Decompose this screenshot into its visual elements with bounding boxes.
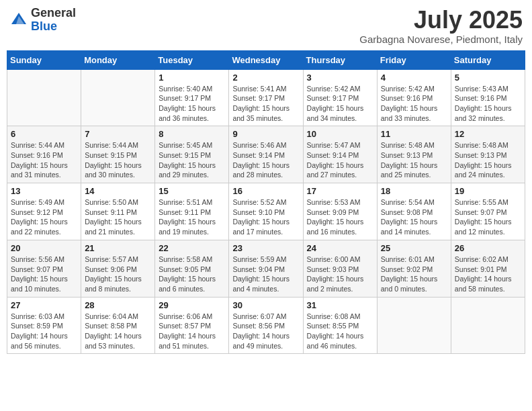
day-info: Sunrise: 5:46 AM Sunset: 9:14 PM Dayligh… [232,140,299,180]
day-info: Sunrise: 5:54 AM Sunset: 9:08 PM Dayligh… [381,197,447,237]
day-info: Sunrise: 5:47 AM Sunset: 9:14 PM Dayligh… [307,140,373,180]
calendar-cell: 2Sunrise: 5:41 AM Sunset: 9:17 PM Daylig… [229,69,303,126]
calendar-cell: 17Sunrise: 5:53 AM Sunset: 9:09 PM Dayli… [303,183,377,240]
day-info: Sunrise: 6:06 AM Sunset: 8:57 PM Dayligh… [159,312,225,351]
day-info: Sunrise: 6:00 AM Sunset: 9:03 PM Dayligh… [307,255,373,294]
day-number: 15 [159,186,225,196]
calendar-cell: 14Sunrise: 5:50 AM Sunset: 9:11 PM Dayli… [81,183,155,240]
calendar-week-row: 20Sunrise: 5:56 AM Sunset: 9:07 PM Dayli… [7,240,525,297]
page-header: General Blue July 2025 Garbagna Novarese… [7,7,525,45]
calendar-cell [7,69,81,126]
calendar-cell: 20Sunrise: 5:56 AM Sunset: 9:07 PM Dayli… [7,240,81,297]
logo-icon [9,11,28,30]
calendar-cell: 22Sunrise: 5:58 AM Sunset: 9:05 PM Dayli… [155,240,229,297]
day-number: 21 [85,243,151,253]
calendar-header-row: SundayMondayTuesdayWednesdayThursdayFrid… [7,50,525,69]
logo-general: General [31,7,76,20]
calendar-cell: 23Sunrise: 5:59 AM Sunset: 9:04 PM Dayli… [229,240,303,297]
calendar-cell [377,297,451,354]
day-info: Sunrise: 5:52 AM Sunset: 9:10 PM Dayligh… [232,197,299,237]
calendar-cell: 1Sunrise: 5:40 AM Sunset: 9:17 PM Daylig… [155,69,229,126]
day-number: 26 [455,243,521,253]
day-number: 16 [232,186,299,196]
day-number: 5 [455,73,521,83]
day-number: 13 [11,186,77,196]
day-info: Sunrise: 5:43 AM Sunset: 9:16 PM Dayligh… [455,84,521,124]
calendar-cell: 30Sunrise: 6:07 AM Sunset: 8:56 PM Dayli… [229,297,303,354]
day-number: 12 [455,129,521,139]
day-info: Sunrise: 6:03 AM Sunset: 8:59 PM Dayligh… [11,312,77,351]
day-info: Sunrise: 5:41 AM Sunset: 9:17 PM Dayligh… [232,84,299,124]
location: Garbagna Novarese, Piedmont, Italy [359,34,523,45]
day-number: 27 [11,300,77,310]
day-number: 24 [307,243,373,253]
calendar-cell: 27Sunrise: 6:03 AM Sunset: 8:59 PM Dayli… [7,297,81,354]
calendar-cell: 26Sunrise: 6:02 AM Sunset: 9:01 PM Dayli… [451,240,525,297]
calendar-cell: 21Sunrise: 5:57 AM Sunset: 9:06 PM Dayli… [81,240,155,297]
day-info: Sunrise: 6:04 AM Sunset: 8:58 PM Dayligh… [85,312,151,351]
day-info: Sunrise: 5:57 AM Sunset: 9:06 PM Dayligh… [85,255,151,294]
day-number: 22 [159,243,225,253]
day-info: Sunrise: 5:42 AM Sunset: 9:16 PM Dayligh… [381,84,447,124]
day-number: 2 [232,73,299,83]
calendar-cell: 25Sunrise: 6:01 AM Sunset: 9:02 PM Dayli… [377,240,451,297]
day-number: 9 [232,129,299,139]
logo: General Blue [9,7,76,34]
day-info: Sunrise: 5:44 AM Sunset: 9:16 PM Dayligh… [11,140,77,180]
day-number: 23 [232,243,299,253]
day-number: 11 [381,129,447,139]
day-info: Sunrise: 5:56 AM Sunset: 9:07 PM Dayligh… [11,255,77,294]
day-info: Sunrise: 5:50 AM Sunset: 9:11 PM Dayligh… [85,197,151,237]
day-number: 17 [307,186,373,196]
calendar-cell: 4Sunrise: 5:42 AM Sunset: 9:16 PM Daylig… [377,69,451,126]
calendar-cell: 6Sunrise: 5:44 AM Sunset: 9:16 PM Daylig… [7,126,81,183]
day-info: Sunrise: 5:44 AM Sunset: 9:15 PM Dayligh… [85,140,151,180]
day-number: 1 [159,73,225,83]
calendar-cell [451,297,525,354]
day-number: 7 [85,129,151,139]
day-info: Sunrise: 5:59 AM Sunset: 9:04 PM Dayligh… [232,255,299,294]
calendar-cell [81,69,155,126]
calendar-cell: 7Sunrise: 5:44 AM Sunset: 9:15 PM Daylig… [81,126,155,183]
col-header-monday: Monday [81,50,155,69]
calendar-cell: 9Sunrise: 5:46 AM Sunset: 9:14 PM Daylig… [229,126,303,183]
day-info: Sunrise: 5:42 AM Sunset: 9:17 PM Dayligh… [307,84,373,124]
day-info: Sunrise: 5:55 AM Sunset: 9:07 PM Dayligh… [455,197,521,237]
calendar-cell: 24Sunrise: 6:00 AM Sunset: 9:03 PM Dayli… [303,240,377,297]
calendar-cell: 15Sunrise: 5:51 AM Sunset: 9:11 PM Dayli… [155,183,229,240]
day-number: 18 [381,186,447,196]
day-number: 19 [455,186,521,196]
day-info: Sunrise: 5:53 AM Sunset: 9:09 PM Dayligh… [307,197,373,237]
calendar-cell: 31Sunrise: 6:08 AM Sunset: 8:55 PM Dayli… [303,297,377,354]
day-number: 25 [381,243,447,253]
col-header-saturday: Saturday [451,50,525,69]
day-number: 14 [85,186,151,196]
day-info: Sunrise: 6:02 AM Sunset: 9:01 PM Dayligh… [455,255,521,294]
calendar-cell: 5Sunrise: 5:43 AM Sunset: 9:16 PM Daylig… [451,69,525,126]
col-header-tuesday: Tuesday [155,50,229,69]
calendar-cell: 29Sunrise: 6:06 AM Sunset: 8:57 PM Dayli… [155,297,229,354]
day-info: Sunrise: 6:08 AM Sunset: 8:55 PM Dayligh… [307,312,373,351]
day-number: 30 [232,300,299,310]
day-number: 31 [307,300,373,310]
col-header-friday: Friday [377,50,451,69]
calendar-cell: 10Sunrise: 5:47 AM Sunset: 9:14 PM Dayli… [303,126,377,183]
day-info: Sunrise: 5:48 AM Sunset: 9:13 PM Dayligh… [381,140,447,180]
calendar-cell: 13Sunrise: 5:49 AM Sunset: 9:12 PM Dayli… [7,183,81,240]
col-header-wednesday: Wednesday [229,50,303,69]
calendar-cell: 18Sunrise: 5:54 AM Sunset: 9:08 PM Dayli… [377,183,451,240]
day-number: 29 [159,300,225,310]
day-info: Sunrise: 6:07 AM Sunset: 8:56 PM Dayligh… [232,312,299,351]
month-year: July 2025 [359,7,523,34]
logo-text: General Blue [31,7,76,34]
calendar-cell: 3Sunrise: 5:42 AM Sunset: 9:17 PM Daylig… [303,69,377,126]
calendar-cell: 12Sunrise: 5:48 AM Sunset: 9:13 PM Dayli… [451,126,525,183]
calendar-cell: 8Sunrise: 5:45 AM Sunset: 9:15 PM Daylig… [155,126,229,183]
calendar-week-row: 27Sunrise: 6:03 AM Sunset: 8:59 PM Dayli… [7,297,525,354]
calendar-cell: 19Sunrise: 5:55 AM Sunset: 9:07 PM Dayli… [451,183,525,240]
day-info: Sunrise: 5:49 AM Sunset: 9:12 PM Dayligh… [11,197,77,237]
calendar-week-row: 1Sunrise: 5:40 AM Sunset: 9:17 PM Daylig… [7,69,525,126]
day-number: 10 [307,129,373,139]
calendar-table: SundayMondayTuesdayWednesdayThursdayFrid… [7,50,525,355]
col-header-sunday: Sunday [7,50,81,69]
